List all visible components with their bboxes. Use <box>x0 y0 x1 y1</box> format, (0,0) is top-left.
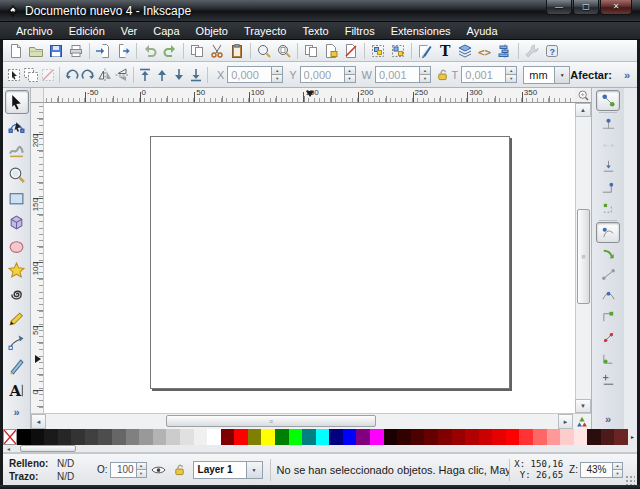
cut-button[interactable] <box>207 41 227 61</box>
palette-swatch[interactable] <box>31 429 45 445</box>
palette-scroll-left-icon[interactable]: ◄ <box>3 446 14 452</box>
snap-path-intersections-button[interactable] <box>596 264 620 285</box>
x-input[interactable] <box>227 66 271 83</box>
layers-dialog-button[interactable] <box>455 41 475 61</box>
zoom-page-button[interactable] <box>274 41 294 61</box>
lower-button[interactable] <box>170 64 187 86</box>
palette-swatch[interactable] <box>98 429 112 445</box>
export-button[interactable] <box>113 41 133 61</box>
menu-item[interactable]: Capa <box>145 23 187 39</box>
horizontal-scroll-track[interactable]: ≡ <box>46 414 558 429</box>
opacity-spinner[interactable]: ▲▼ <box>136 462 147 478</box>
quick-zoom-corner[interactable] <box>575 88 591 103</box>
palette-swatch[interactable] <box>519 429 533 445</box>
palette-swatch[interactable] <box>248 429 262 445</box>
palette-swatch[interactable] <box>261 429 275 445</box>
opacity-input[interactable] <box>110 462 136 478</box>
palette-swatch[interactable] <box>384 429 398 445</box>
snap-midpoints-button[interactable] <box>596 327 620 348</box>
align-dialog-button[interactable] <box>495 41 515 61</box>
width-spinner[interactable]: ▲▼ <box>419 66 431 83</box>
palette-swatch[interactable] <box>302 429 316 445</box>
zoom-tool-button[interactable] <box>5 162 29 186</box>
selector-tool-button[interactable] <box>5 90 29 114</box>
menu-item[interactable]: Filtros <box>337 23 383 39</box>
select-all-layers-button[interactable] <box>23 64 40 86</box>
minimize-button[interactable]: — <box>546 0 572 15</box>
create-clone-button[interactable] <box>321 41 341 61</box>
x-spinner[interactable]: ▲▼ <box>271 66 283 83</box>
redo-button[interactable] <box>160 41 180 61</box>
scroll-up-button[interactable]: ▲ <box>575 103 591 117</box>
pencil-tool-button[interactable] <box>5 306 29 330</box>
palette-swatch[interactable] <box>587 429 601 445</box>
units-select[interactable]: mm ▼ <box>523 66 570 84</box>
canvas[interactable] <box>44 103 575 413</box>
height-spinner[interactable]: ▲▼ <box>505 66 517 83</box>
horizontal-scrollbar[interactable]: ◄ ≡ ► <box>31 413 591 429</box>
no-color-swatch[interactable] <box>3 429 17 445</box>
snapbar-overflow-button[interactable]: » <box>605 413 611 425</box>
toolbox-overflow-button[interactable]: » <box>13 406 19 418</box>
group-button[interactable] <box>368 41 388 61</box>
snap-rotation-centers-button[interactable] <box>596 369 620 390</box>
palette-swatch[interactable] <box>452 429 466 445</box>
vertical-ruler[interactable]: 200150100500 <box>31 103 44 413</box>
layer-visibility-button[interactable] <box>150 461 168 479</box>
palette-swatch[interactable] <box>479 429 493 445</box>
menu-item[interactable]: Ayuda <box>459 23 506 39</box>
ungroup-button[interactable] <box>388 41 408 61</box>
palette-scrollbar[interactable]: ◄ <box>3 445 637 453</box>
close-button[interactable]: ✕ <box>600 0 632 15</box>
print-button[interactable] <box>66 41 86 61</box>
layer-lock-button[interactable] <box>171 461 189 479</box>
node-tool-button[interactable] <box>5 114 29 138</box>
ellipse-tool-button[interactable] <box>5 234 29 258</box>
palette-swatch[interactable] <box>166 429 180 445</box>
palette-swatch[interactable] <box>153 429 167 445</box>
maximize-button[interactable]: ▢ <box>573 0 599 15</box>
snap-nodes-button[interactable] <box>596 222 620 243</box>
palette-swatch[interactable] <box>207 429 221 445</box>
horizontal-ruler[interactable]: -50050100150200250300350 <box>44 88 575 103</box>
raise-button[interactable] <box>154 64 171 86</box>
text-dialog-button[interactable] <box>435 41 455 61</box>
unlink-clone-button[interactable] <box>341 41 361 61</box>
toolbar-overflow-button[interactable]: » <box>624 69 630 81</box>
about-button[interactable] <box>542 41 562 61</box>
save-button[interactable] <box>46 41 66 61</box>
fill-stroke-indicator[interactable]: Relleno:N/D Trazo:N/D <box>5 457 89 483</box>
scroll-right-button[interactable]: ► <box>558 414 573 429</box>
scroll-left-button[interactable]: ◄ <box>31 414 46 429</box>
paste-button[interactable] <box>227 41 247 61</box>
palette-scroll-right-button[interactable]: ► <box>628 429 637 445</box>
palette-swatch[interactable] <box>547 429 561 445</box>
zoom-drawing-button[interactable] <box>254 41 274 61</box>
units-dropdown-button[interactable]: ▼ <box>555 66 570 84</box>
tweak-tool-button[interactable] <box>5 138 29 162</box>
lock-ratio-button[interactable] <box>435 65 450 85</box>
bezier-tool-button[interactable] <box>5 330 29 354</box>
height-input[interactable] <box>461 66 505 83</box>
palette-swatch[interactable] <box>234 429 248 445</box>
text-tool-button[interactable] <box>5 378 29 402</box>
palette-swatch[interactable] <box>560 429 574 445</box>
palette-swatch[interactable] <box>329 429 343 445</box>
palette-swatch[interactable] <box>533 429 547 445</box>
palette-swatch[interactable] <box>506 429 520 445</box>
snap-smooth-nodes-button[interactable] <box>596 306 620 327</box>
snap-object-centers-button[interactable] <box>596 348 620 369</box>
copy-button[interactable] <box>187 41 207 61</box>
snap-bbox-centers-button[interactable] <box>596 198 620 219</box>
palette-scroll-thumb[interactable] <box>20 445 76 452</box>
palette-swatch[interactable] <box>574 429 588 445</box>
menu-item[interactable]: Objeto <box>188 23 236 39</box>
vertical-scrollbar[interactable]: ▲ ≡ ▼ <box>575 103 591 413</box>
palette-swatch[interactable] <box>17 429 31 445</box>
palette-swatch[interactable] <box>85 429 99 445</box>
width-input[interactable] <box>375 66 419 83</box>
palette-swatch[interactable] <box>221 429 235 445</box>
horizontal-scroll-thumb[interactable]: ≡ <box>166 415 376 427</box>
menu-item[interactable]: Texto <box>294 23 336 39</box>
menu-item[interactable]: Archivo <box>8 23 61 39</box>
